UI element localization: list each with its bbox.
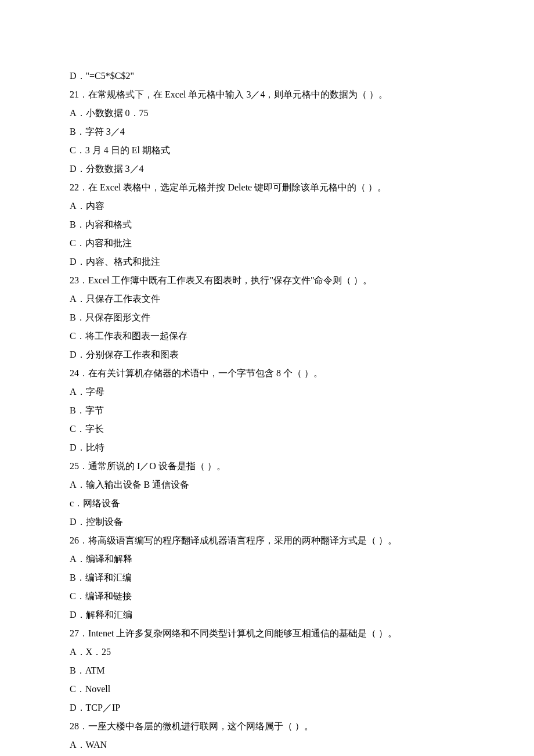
text-line: B．字节 [70,401,464,420]
text-line: A．只保存工作表文件 [70,290,464,308]
text-line: B．只保存图形文件 [70,308,464,327]
text-line: B．内容和格式 [70,215,464,234]
text-line: c．网络设备 [70,494,464,513]
text-line: A．小数数据 0．75 [70,104,464,123]
text-line: C．将工作表和图表一起保存 [70,327,464,345]
text-line: A．WAN [70,736,464,754]
text-line: C．内容和批注 [70,234,464,253]
text-line: D．TCP／IP [70,699,464,717]
text-line: D．分数数据 3／4 [70,160,464,178]
text-line: B．字符 3／4 [70,123,464,141]
text-line: C．Novell [70,680,464,699]
document-body: D．"=C5*$C$2" 21．在常规格式下，在 Excel 单元格中输入 3／… [70,67,464,754]
text-line: C．3 月 4 日的 El 期格式 [70,141,464,160]
text-line: D．控制设备 [70,513,464,531]
text-line: 23．Excel 工作簿中既有工作表又有图表时，执行"保存文件"命令则（ ）。 [70,271,464,290]
text-line: 27．Intenet 上许多复杂网络和不同类型计算机之间能够互相通信的基础是（ … [70,624,464,643]
text-line: A．字母 [70,383,464,401]
text-line: A．X．25 [70,643,464,661]
text-line: 28．一座大楼中各层的微机进行联网，这个网络属于（ ）。 [70,717,464,736]
text-line: A．编译和解释 [70,550,464,568]
text-line: A．内容 [70,197,464,215]
text-line: D．分别保存工作表和图表 [70,345,464,364]
text-line: D．"=C5*$C$2" [70,67,464,85]
text-line: D．比特 [70,438,464,457]
text-line: B．编译和汇编 [70,568,464,587]
text-line: 26．将高级语言编写的程序翻译成机器语言程序，采用的两种翻译方式是（ ）。 [70,531,464,550]
text-line: D．内容、格式和批注 [70,253,464,271]
text-line: 25．通常所说的 I／O 设备是指（ ）。 [70,457,464,476]
text-line: 24．在有关计算机存储器的术语中，一个字节包含 8 个（ ）。 [70,364,464,383]
text-line: C．编译和链接 [70,587,464,606]
text-line: D．解释和汇编 [70,606,464,624]
text-line: A．输入输出设备 B 通信设备 [70,476,464,494]
text-line: 21．在常规格式下，在 Excel 单元格中输入 3／4，则单元格中的数据为（ … [70,85,464,104]
text-line: 22．在 Excel 表格中，选定单元格并按 Delete 键即可删除该单元格中… [70,178,464,197]
text-line: B．ATM [70,661,464,680]
text-line: C．字长 [70,420,464,438]
